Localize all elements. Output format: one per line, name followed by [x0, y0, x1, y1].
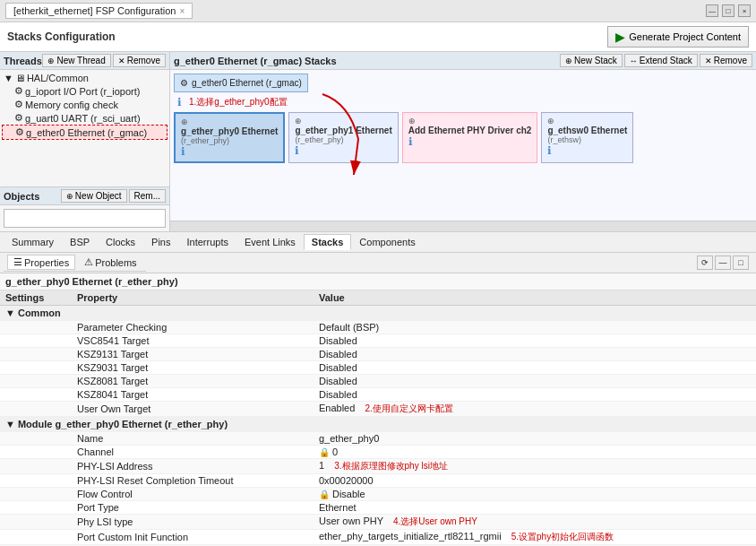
threads-title: Threads [4, 56, 42, 66]
prop-row-phy-reset-timeout[interactable]: PHY-LSI Reset Completion Timeout 0x00020… [0, 474, 756, 488]
value-cell: Default (BSP) [314, 321, 756, 334]
new-object-icon: ⊕ [66, 192, 73, 201]
stack-block-add-phy[interactable]: ⊕ Add Ethernet PHY Driver ch2 ℹ [402, 112, 538, 163]
problems-tab-label: Problems [95, 257, 136, 268]
annotation-phy-lsi-type: 4.选择User own PHY [393, 516, 477, 526]
remove-object-button[interactable]: Rem... [129, 189, 166, 203]
objects-panel: Objects ⊕ New Object Rem... [0, 186, 169, 231]
prop-row-port-type[interactable]: Port Type Ethernet [0, 501, 756, 515]
new-thread-button[interactable]: ⊕ New Thread [42, 54, 110, 67]
ethsw-icon: ⊕ [547, 117, 554, 126]
extend-stack-icon: ↔ [630, 56, 638, 65]
prop-row-ksz9031[interactable]: KSZ9031 Target Disabled [0, 361, 756, 375]
remove-thread-icon: ✕ [118, 56, 125, 65]
ioport-label: g_ioport I/O Port (r_ioport) [25, 86, 140, 97]
tab-stacks[interactable]: Stacks [304, 234, 351, 250]
prop-row-user-own-target[interactable]: User Own Target Enabled 2.使用自定义网卡配置 [0, 402, 756, 417]
tab-clocks[interactable]: Clocks [98, 234, 143, 250]
settings-cell [0, 334, 72, 348]
prop-row-name[interactable]: Name g_ether_phy0 [0, 432, 756, 446]
new-object-button[interactable]: ⊕ New Object [61, 189, 127, 203]
thread-item-ioport[interactable]: ⚙ g_ioport I/O Port (r_ioport) [2, 84, 168, 98]
prop-row-param-checking[interactable]: Parameter Checking Default (BSP) [0, 321, 756, 334]
objects-search-input[interactable] [4, 209, 166, 228]
remove-stack-button[interactable]: ✕ Remove [700, 54, 752, 67]
thread-item-uart[interactable]: ⚙ g_uart0 UART (r_sci_uart) [2, 111, 168, 125]
close-button[interactable]: × [738, 4, 751, 17]
refresh-button[interactable]: ⟳ [697, 256, 713, 270]
expand-button[interactable]: □ [733, 256, 749, 270]
stack-block-phy1[interactable]: ⊕ g_ether_phy1 Ethernet (r_ether_phy) ℹ [288, 112, 398, 163]
threads-actions: ⊕ New Thread ✕ Remove [42, 54, 166, 67]
thread-item-hal[interactable]: ▼ 🖥 HAL/Common [2, 72, 168, 84]
thread-item-ether[interactable]: ⚙ g_ether0 Ethernet (r_gmac) [2, 125, 168, 140]
remove-thread-button[interactable]: ✕ Remove [113, 54, 166, 67]
thread-item-memory[interactable]: ⚙ Memory config check [2, 98, 168, 111]
section-common: ▼ Common [0, 306, 756, 321]
stacks-child-row: ⊕ g_ether_phy0 Ethernet (r_ether_phy) ℹ … [174, 112, 752, 163]
value-cell: Disabled [314, 388, 756, 402]
prop-row-ksz8041[interactable]: KSZ8041 Target Disabled [0, 388, 756, 402]
minimize-button[interactable]: — [706, 4, 718, 17]
stacks-scrollbar-h[interactable] [170, 221, 756, 231]
collapse-button[interactable]: — [715, 256, 731, 270]
editor-tab[interactable]: [etherkit_ethernet] FSP Configuration × [5, 3, 193, 19]
phy1-icon: ⊕ [295, 117, 302, 126]
remove-stack-label: Remove [714, 56, 747, 65]
main-stack-block[interactable]: ⚙ g_ether0 Ethernet (r_gmac) [174, 74, 308, 92]
prop-cell: Port Type [72, 501, 314, 515]
tab-close-icon[interactable]: × [179, 6, 185, 16]
prop-cell: Phy LSI type [72, 515, 314, 530]
properties-section: g_ether_phy0 Ethernet (r_ether_phy) Sett… [0, 273, 756, 546]
prop-row-phy-lsi-type[interactable]: Phy LSI type User own PHY 4.选择User own P… [0, 515, 756, 530]
top-section: Threads ⊕ New Thread ✕ Remove ▼ 🖥 HAL/Co… [0, 52, 756, 231]
lock-icon-flow: 🔒 [319, 490, 330, 499]
tab-pins[interactable]: Pins [143, 234, 178, 250]
lock-icon-channel: 🔒 [319, 447, 330, 457]
tab-components[interactable]: Components [351, 234, 423, 250]
prop-row-phy-lsi-addr[interactable]: PHY-LSI Address 1 3.根据原理图修改phy lsi地址 [0, 459, 756, 474]
prop-cell: KSZ9131 Target [72, 348, 314, 361]
phy0-icon: ⊕ [181, 117, 188, 126]
prop-cell: Parameter Checking [72, 321, 314, 334]
properties-tab-icon: ☰ [13, 256, 22, 268]
phy0-sub: (r_ether_phy) [181, 136, 278, 145]
prop-cell: PHY-LSI Address [72, 459, 314, 474]
bottom-tab-properties[interactable]: ☰ Properties [7, 255, 75, 270]
objects-title: Objects [4, 191, 39, 202]
problems-tab-icon: ⚠ [84, 256, 93, 268]
maximize-button[interactable]: □ [722, 4, 735, 17]
stack-block-phy0[interactable]: ⊕ g_ether_phy0 Ethernet (r_ether_phy) ℹ [174, 112, 285, 163]
value-cell: 0x00020000 [314, 474, 756, 488]
settings-cell [0, 501, 72, 515]
add-phy-icon: ⊕ [408, 117, 416, 126]
phy1-sub: (r_ether_phy) [295, 135, 391, 144]
settings-cell [0, 446, 72, 459]
stacks-canvas: ⚙ g_ether0 Ethernet (r_gmac) ℹ 1.选择g_eth… [170, 70, 756, 221]
prop-row-ksz9131[interactable]: KSZ9131 Target Disabled [0, 348, 756, 361]
ethsw-sub: (r_ethsw) [547, 135, 627, 144]
tab-interrupts[interactable]: Interrupts [179, 234, 236, 250]
main-header: Stacks Configuration ▶ Generate Project … [0, 22, 756, 52]
bottom-tab-problems[interactable]: ⚠ Problems [79, 256, 142, 269]
page-title: Stacks Configuration [7, 30, 116, 43]
prop-row-flow-control[interactable]: Flow Control 🔒 Disable [0, 488, 756, 501]
stack-block-ethsw[interactable]: ⊕ g_ethsw0 Ethernet (r_ethsw) ℹ [541, 112, 633, 163]
new-thread-icon: ⊕ [47, 56, 55, 65]
tab-eventlinks[interactable]: Event Links [236, 234, 304, 250]
prop-row-channel[interactable]: Channel 🔒 0 [0, 446, 756, 459]
generate-icon: ▶ [615, 30, 625, 44]
value-cell: Disabled [314, 348, 756, 361]
prop-cell: User Own Target [72, 402, 314, 417]
generate-project-button[interactable]: ▶ Generate Project Content [607, 26, 749, 48]
settings-col-header: Settings [0, 290, 72, 306]
tab-bsp[interactable]: BSP [62, 234, 98, 250]
prop-row-vsc8541[interactable]: VSC8541 Target Disabled [0, 334, 756, 348]
new-stack-button[interactable]: ⊕ New Stack [560, 54, 623, 67]
extend-stack-button[interactable]: ↔ Extend Stack [624, 54, 698, 67]
prop-row-ksz8081[interactable]: KSZ8081 Target Disabled [0, 375, 756, 388]
prop-row-port-custom-init[interactable]: Port Custom Init Function ether_phy_targ… [0, 530, 756, 545]
tab-summary[interactable]: Summary [4, 234, 62, 250]
settings-cell [0, 459, 72, 474]
stacks-actions: ⊕ New Stack ↔ Extend Stack ✕ Remove [560, 54, 752, 67]
